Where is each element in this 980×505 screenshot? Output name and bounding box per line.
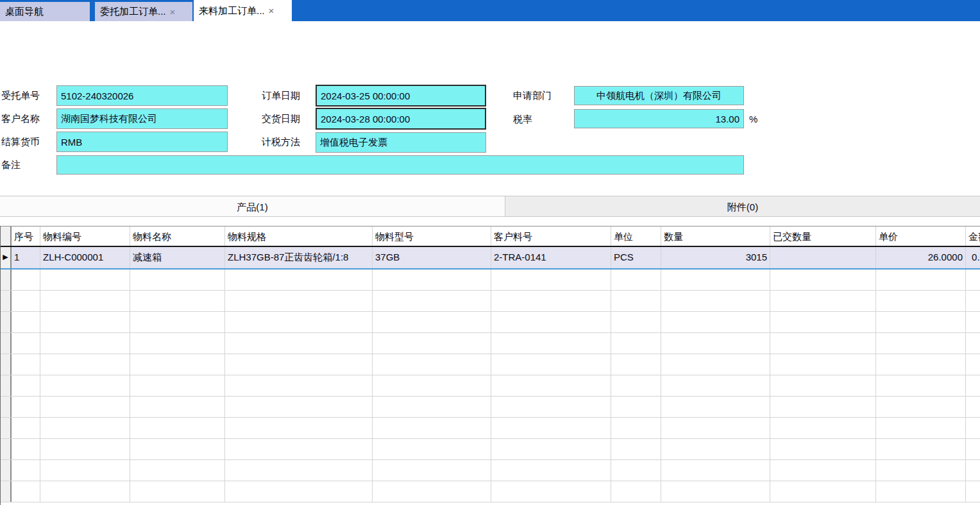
cell-quantity <box>661 460 770 481</box>
cell-material-spec <box>225 333 373 354</box>
cell-unit-price <box>876 354 966 375</box>
order-date-field[interactable] <box>316 85 486 107</box>
cell-seq[interactable]: 1 <box>12 247 40 268</box>
cell-amount <box>966 397 980 417</box>
cell-customer-part <box>491 397 611 417</box>
column-header-seq[interactable]: 序号 <box>12 227 40 246</box>
cell-material-code[interactable]: ZLH-C000001 <box>40 247 130 268</box>
cell-unit <box>611 439 661 459</box>
cell-material-model <box>373 397 491 417</box>
cell-delivered-qty <box>770 333 876 354</box>
cell-material-model <box>373 270 491 290</box>
column-header-customer-part[interactable]: 客户料号 <box>491 227 611 246</box>
column-header-material-model[interactable]: 物料型号 <box>373 227 491 246</box>
cell-material-spec <box>225 354 373 375</box>
row-selector-cell <box>1 312 12 332</box>
tab-consigned-processing-order[interactable]: 委托加工订单... × <box>95 2 192 21</box>
cell-customer-part[interactable]: 2-TRA-0141 <box>491 247 611 268</box>
cell-customer-part <box>491 375 611 396</box>
tax-method-field[interactable] <box>316 132 486 153</box>
tax-rate-field[interactable] <box>574 109 744 128</box>
cell-customer-part <box>491 270 611 290</box>
cell-quantity[interactable]: 3015 <box>661 247 770 268</box>
grid-header: 序号物料编号物料名称物料规格物料型号客户料号单位数量已交数量单价金额 <box>1 226 980 247</box>
cell-material-spec <box>225 291 373 311</box>
column-header-amount[interactable]: 金额 <box>966 227 980 246</box>
window-tab-bar: 桌面导航 委托加工订单... × 来料加工订单... × <box>0 0 980 21</box>
cell-amount <box>966 481 980 502</box>
cell-unit <box>611 312 661 332</box>
consignment-no-field[interactable] <box>56 85 228 106</box>
cell-unit <box>611 397 661 417</box>
cell-material-spec <box>225 312 373 332</box>
column-header-delivered-qty[interactable]: 已交数量 <box>770 227 876 246</box>
delivery-date-field[interactable] <box>316 108 486 130</box>
cell-quantity <box>661 270 770 290</box>
cell-unit-price[interactable]: 26.0000 <box>876 247 966 268</box>
column-header-material-spec[interactable]: 物料规格 <box>225 227 373 246</box>
cell-material-code <box>40 397 130 417</box>
close-icon[interactable]: × <box>170 7 176 17</box>
cell-material-name <box>130 333 225 354</box>
row-pointer-icon[interactable]: ▶ <box>1 247 12 268</box>
row-selector-header <box>1 227 12 246</box>
cell-unit-price <box>876 439 966 459</box>
cell-delivered-qty <box>770 460 876 481</box>
cell-material-name <box>130 481 225 502</box>
cell-delivered-qty <box>770 354 876 375</box>
tab-desktop-navigation[interactable]: 桌面导航 <box>0 2 90 21</box>
cell-unit <box>611 418 661 438</box>
column-header-material-code[interactable]: 物料编号 <box>40 227 130 246</box>
settlement-currency-field[interactable] <box>56 132 228 152</box>
tab-incoming-material-processing-order[interactable]: 来料加工订单... × <box>194 0 292 21</box>
tab-attachments[interactable]: 附件(0) <box>505 196 980 217</box>
tax-rate-percent-suffix: % <box>749 110 757 129</box>
cell-customer-part <box>491 481 611 502</box>
cell-seq <box>12 418 40 438</box>
cell-amount[interactable]: 0.0000 <box>966 247 980 268</box>
close-icon[interactable]: × <box>269 6 275 15</box>
empty-row <box>1 270 980 291</box>
column-header-material-name[interactable]: 物料名称 <box>130 227 225 246</box>
cell-material-name <box>130 460 225 481</box>
tax-rate-label: 税率 <box>513 109 532 130</box>
cell-material-name[interactable]: 减速箱 <box>130 247 225 268</box>
tab-products[interactable]: 产品(1) <box>0 196 505 217</box>
remark-field[interactable] <box>56 155 744 175</box>
tax-method-label: 计税方法 <box>262 132 300 152</box>
empty-row <box>1 418 980 439</box>
cell-material-code <box>40 291 130 311</box>
cell-seq <box>12 291 40 311</box>
cell-material-spec <box>225 375 373 396</box>
table-row: ▶1ZLH-C000001减速箱ZLH37GB-87正齿齿轮箱/1:837GB2… <box>1 247 980 270</box>
cell-material-model <box>373 375 491 396</box>
column-header-unit-price[interactable]: 单价 <box>876 227 966 246</box>
cell-material-code <box>40 481 130 502</box>
cell-quantity <box>661 354 770 375</box>
cell-quantity <box>661 333 770 354</box>
customer-name-field[interactable] <box>56 108 228 129</box>
cell-material-model[interactable]: 37GB <box>373 247 491 268</box>
cell-quantity <box>661 439 770 459</box>
cell-seq <box>12 375 40 396</box>
cell-material-spec <box>225 481 373 502</box>
tab-label: 桌面导航 <box>5 2 44 21</box>
empty-row <box>1 397 980 418</box>
apply-department-field[interactable] <box>574 86 744 105</box>
cell-unit <box>611 481 661 502</box>
cell-delivered-qty <box>770 312 876 332</box>
cell-delivered-qty <box>770 270 876 290</box>
empty-row <box>1 460 980 481</box>
cell-amount <box>966 354 980 375</box>
column-header-unit[interactable]: 单位 <box>611 227 661 246</box>
cell-unit[interactable]: PCS <box>611 247 661 268</box>
column-header-quantity[interactable]: 数量 <box>661 227 770 246</box>
cell-seq <box>12 460 40 481</box>
cell-material-code <box>40 418 130 438</box>
cell-delivered-qty[interactable] <box>770 247 876 268</box>
cell-material-spec[interactable]: ZLH37GB-87正齿齿轮箱/1:8 <box>225 247 373 268</box>
empty-row <box>1 312 980 333</box>
cell-material-code <box>40 460 130 481</box>
tab-label: 来料加工订单... <box>199 0 265 21</box>
cell-unit-price <box>876 460 966 481</box>
